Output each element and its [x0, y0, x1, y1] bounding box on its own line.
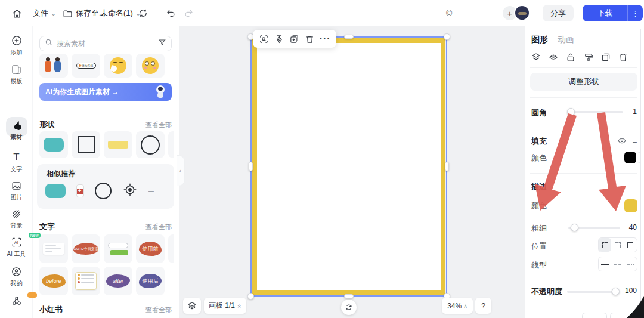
download-more-button[interactable]: ⋮	[627, 5, 643, 21]
redo-button[interactable]	[182, 0, 194, 26]
search-input[interactable]	[57, 39, 154, 48]
text-view-all[interactable]: 查看全部	[145, 223, 172, 231]
text-tile-after-use[interactable]: 使用后	[136, 267, 165, 295]
stroke-position-outside[interactable]	[624, 238, 637, 252]
similar-shape-circle[interactable]	[95, 183, 112, 199]
stroke-controls: –	[633, 181, 637, 190]
thickness-slider[interactable]	[568, 227, 620, 229]
avatar[interactable]	[514, 5, 530, 21]
shape-tile-rounded-rect[interactable]	[39, 131, 68, 158]
delete-icon[interactable]	[304, 33, 316, 45]
corner-radius-knob[interactable]	[567, 108, 575, 116]
stroke-position-inside[interactable]	[599, 238, 611, 252]
more-horizontal-icon[interactable]: ···	[319, 33, 331, 45]
stroke-position-center[interactable]	[611, 238, 624, 252]
duplicate-icon[interactable]	[289, 33, 301, 45]
cloud-sync-button[interactable]	[137, 0, 149, 26]
selection-handle-right[interactable]	[445, 162, 449, 171]
rotate-handle[interactable]	[341, 300, 357, 315]
sidebar-item-material[interactable]: 素材	[0, 93, 33, 141]
shape-tile-bar[interactable]	[104, 131, 132, 158]
sticker-thumbnail-emoji-megaphone[interactable]	[104, 54, 132, 78]
text-tile-after[interactable]: after	[104, 267, 132, 295]
canvas-area[interactable]: ··· 画板 1/1 « 34% ∧ ?	[179, 26, 525, 318]
text-tile-note[interactable]	[72, 267, 100, 295]
remove-stroke-icon[interactable]: –	[633, 181, 637, 190]
adjust-shape-button[interactable]: 调整形状	[530, 73, 637, 91]
file-menu[interactable]: 文件 ⌄	[33, 0, 56, 26]
help-button[interactable]: ?	[475, 298, 491, 314]
download-button[interactable]: 下载 ⋮	[583, 5, 643, 21]
selection-handle-top[interactable]	[344, 35, 354, 39]
artboard-shape[interactable]	[252, 38, 445, 295]
line-type-dotted[interactable]	[624, 257, 637, 271]
sidebar-item-template[interactable]: 模板	[0, 63, 33, 85]
format-painter-icon[interactable]	[583, 51, 595, 63]
selection-handle-bottom-left[interactable]	[247, 293, 254, 300]
share-button[interactable]: 分享	[543, 5, 574, 21]
inspector-scrollbar[interactable]	[640, 29, 641, 318]
shape-tile-partial[interactable]	[168, 131, 174, 158]
remove-fill-icon[interactable]: –	[633, 138, 637, 146]
tab-animation[interactable]: 动画	[558, 35, 574, 45]
save-to-button[interactable]: 保存至...	[61, 0, 106, 26]
selection-handle-left[interactable]	[249, 162, 253, 171]
text-tile-card[interactable]	[39, 234, 68, 263]
sidebar-item-background[interactable]: 背景	[0, 208, 33, 230]
eye-icon[interactable]	[617, 136, 627, 148]
corner-radius-slider[interactable]	[568, 111, 623, 113]
filter-icon[interactable]	[158, 38, 166, 49]
sidebar-item-mine[interactable]: 我的	[0, 265, 33, 288]
thickness-knob[interactable]	[571, 224, 578, 231]
undo-button[interactable]	[165, 0, 177, 26]
zoom-control[interactable]: 34% ∧	[442, 298, 473, 314]
flip-icon[interactable]	[547, 51, 559, 63]
text-tile-before-use[interactable]: 使用前	[136, 234, 165, 263]
line-type-dashed[interactable]	[611, 257, 624, 271]
vectorize-pen-icon[interactable]	[273, 33, 285, 45]
layers-button[interactable]	[183, 298, 201, 314]
trash-icon[interactable]	[617, 51, 629, 63]
layer-order-icon[interactable]	[530, 51, 542, 63]
text-tile-labels[interactable]	[104, 234, 132, 263]
text-tile-partial[interactable]	[168, 234, 174, 263]
sticker-thumbnail-people[interactable]	[39, 54, 68, 78]
tab-shape[interactable]: 图形	[531, 35, 548, 45]
unlock-icon[interactable]	[565, 51, 577, 63]
sticker-thumbnail-badge[interactable]: 清水洗涤	[72, 54, 100, 78]
sidebar-item-add[interactable]: 添加	[0, 35, 33, 57]
shapes-view-all[interactable]: 查看全部	[145, 121, 172, 129]
similar-shape-bottle[interactable]	[76, 184, 84, 197]
text-tile-before[interactable]: before	[39, 267, 68, 295]
copy-icon[interactable]	[600, 51, 612, 63]
similar-shape-partial[interactable]: –	[148, 186, 154, 196]
sidebar-item-text[interactable]: T 文字	[0, 152, 33, 174]
home-button[interactable]	[11, 0, 23, 26]
opacity-slider[interactable]	[567, 291, 618, 293]
sticker-thumbnail-emoji-search[interactable]	[136, 54, 165, 78]
stroke-color-swatch[interactable]	[624, 199, 637, 212]
cutoff-button[interactable]	[582, 313, 607, 318]
panel-collapse-button[interactable]: ‹	[177, 155, 185, 186]
similar-shape-rounded-rect[interactable]	[45, 184, 66, 198]
ai-generate-banner[interactable]: AI为你生成图片素材 →	[39, 83, 172, 101]
sidebar-item-ai-tools[interactable]: AI New AI 工具	[0, 236, 33, 258]
board-selector[interactable]: 画板 1/1 «	[204, 298, 246, 314]
opacity-knob[interactable]	[612, 288, 620, 295]
find-similar-icon[interactable]	[258, 33, 270, 45]
similar-shape-target[interactable]	[122, 182, 138, 200]
xhs-view-all[interactable]: 查看全部	[145, 305, 172, 314]
shape-tile-circle[interactable]	[136, 131, 165, 158]
shape-tile-square[interactable]	[72, 131, 100, 158]
sidebar-item-image[interactable]: 图片	[0, 180, 33, 202]
selection-handle-top-right[interactable]	[444, 33, 450, 40]
text-tile-ootd[interactable]: OOTD今日穿搭	[72, 234, 100, 263]
sidebar-item-promo[interactable]	[0, 295, 33, 307]
line-type-solid[interactable]	[599, 257, 611, 271]
copyright-icon[interactable]: ©	[446, 0, 452, 26]
selection-handle-bottom[interactable]	[344, 294, 354, 298]
search-box[interactable]	[39, 36, 172, 51]
cutoff-button[interactable]	[610, 313, 637, 318]
fill-color-swatch[interactable]	[624, 152, 636, 163]
doc-name[interactable]: 未命名(1) ⌄	[100, 0, 141, 26]
